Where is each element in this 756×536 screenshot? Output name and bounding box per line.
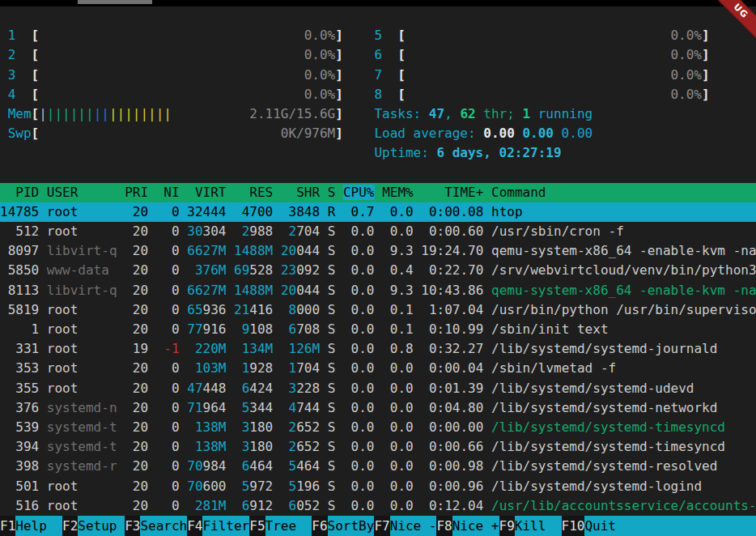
cpu-meter-value: 0.0% [39,47,335,62]
cell-mem-percent: 9.3 [382,283,414,298]
cell-virt: 30 [187,223,202,239]
cpu-meter-row: 2 [ 0.0%] 6 [ 0.0%] [0,45,756,65]
cell-user: root [47,204,117,219]
fkey-f7-nice--button[interactable]: Nice - [390,516,437,536]
cell-ni: 0 [156,360,180,376]
cell-res: 6 [234,458,249,474]
cell-mem-percent: 0.0 [382,223,414,239]
column-header-pid[interactable]: PID [0,185,39,200]
fkey-f10-quit-button[interactable]: Quit [584,516,756,536]
cpu-meter-label: 1 [8,28,32,43]
column-header-shr[interactable]: SHR [281,185,320,200]
process-row[interactable]: 353 root 20 0 103M 1928 1704 S 0.0 0.0 0… [0,359,756,378]
cell-user: systemd-r [47,458,117,474]
fkey-f7-key[interactable]: F7 [374,516,389,536]
fkey-f4-key[interactable]: F4 [187,516,202,536]
swap-meter-label: Swp [8,125,32,141]
cell-virt: 70 [187,479,202,494]
cell-shr: 2 [281,419,296,435]
process-row[interactable]: 376 systemd-n 20 0 71964 5344 4744 S 0.0… [0,398,756,418]
fkey-f1-help-button[interactable]: Help [15,516,62,536]
process-row[interactable]: 5850 www-data 20 0 376M 69528 23092 S 0.… [0,261,756,280]
fkey-f5-tree-button[interactable]: Tree [265,516,312,536]
fkey-f1-key[interactable]: F1 [0,516,15,536]
cell-pid: 8113 [0,283,39,298]
process-row[interactable]: 394 systemd-t 20 0 138M 3180 2652 S 0.0 … [0,437,756,457]
cell-pri: 20 [125,204,148,219]
cell-virt: 376M [187,262,226,278]
cell-state: S [328,498,336,513]
fkey-f9-key[interactable]: F9 [499,516,515,536]
column-header-command[interactable]: Command [491,185,546,200]
fkey-f2-key[interactable]: F2 [62,516,78,536]
fkey-f3-search-button[interactable]: Search [140,516,187,536]
cell-user: root [47,223,117,239]
cell-pri: 20 [125,302,148,317]
process-row[interactable]: 355 root 20 0 47448 6424 3228 S 0.0 0.0 … [0,379,756,398]
cell-ni: 0 [156,400,180,415]
cell-ni: 0 [156,439,180,454]
cell-command: /lib/systemd/systemd-resolved [491,458,717,474]
cell-virt: 47 [187,381,202,396]
process-row-selected[interactable]: 14785 root 20 0 32444 4700 3848 R 0.7 0.… [0,202,756,222]
process-row[interactable]: 501 root 20 0 70600 5972 5196 S 0.0 0.0 … [0,477,756,496]
fkey-f2-setup-button[interactable]: Setup [78,516,125,536]
fkey-f8-key[interactable]: F8 [436,516,452,536]
column-header-pri[interactable]: PRI [125,185,148,200]
process-row[interactable]: 1 root 20 0 77916 9108 6708 S 0.0 0.1 0:… [0,320,756,339]
cell-res: 21 [234,302,249,317]
process-row[interactable]: 398 systemd-r 20 0 70984 6464 5464 S 0.0… [0,457,756,476]
column-header-time[interactable]: TIME+ [421,185,483,200]
column-header-ni[interactable]: NI [156,185,180,200]
cell-pid: 376 [0,400,39,415]
cell-cpu-percent: 0.0 [343,381,375,396]
cell-pri: 20 [125,283,148,298]
cpu-meter-label: 7 [374,67,397,83]
column-header-s[interactable]: S [328,185,336,200]
process-row[interactable]: 512 root 20 0 30304 2988 2704 S 0.0 0.0 … [0,222,756,241]
fkey-f9-kill-button[interactable]: Kill [515,516,562,536]
cell-cpu-percent: 0.0 [343,360,375,376]
cell-time: 0:04.80 [421,400,483,415]
fkey-f6-sortby-button[interactable]: SortBy [328,516,375,536]
cell-mem-percent: 0.0 [382,204,414,219]
process-row[interactable]: 8113 libvirt-q 20 0 6627M 1488M 20044 S … [0,281,756,300]
fkey-f5-key[interactable]: F5 [249,516,265,536]
meter-bracket: ] [335,87,343,102]
cell-state: S [328,223,336,239]
cpu-meter-value: 0.0% [39,28,335,43]
column-header-cpu[interactable]: CPU% [343,185,375,200]
table-header: PID USER PRI NI VIRT RES SHR S CPU% MEM%… [0,183,756,202]
cell-mem-percent: 0.0 [382,479,414,494]
cell-mem-percent: 0.8 [382,341,414,356]
process-row[interactable]: 539 systemd-t 20 0 138M 3180 2652 S 0.0 … [0,418,756,437]
fkey-f8-nice--button[interactable]: Nice + [452,516,499,536]
process-row[interactable]: 331 root 19 -1 220M 134M 126M S 0.0 0.8 … [0,339,756,359]
process-row[interactable]: 5819 root 20 0 65936 21416 8000 S 0.0 0.… [0,300,756,320]
cell-pid: 8097 [0,243,39,258]
cell-cpu-percent: 0.7 [343,204,375,219]
fkey-f4-filter-button[interactable]: Filter [202,516,249,536]
uptime-value: 6 days, 02:27:19 [436,145,561,160]
process-row[interactable]: 516 root 20 0 281M 6912 6052 S 0.0 0.0 0… [0,496,756,516]
cell-res: 3 [234,439,249,454]
cell-pid: 5819 [0,302,39,317]
fkey-f6-key[interactable]: F6 [312,516,327,536]
column-header-res[interactable]: RES [234,185,273,200]
mem-meter-value: 2.11G/15.6G [172,106,335,121]
column-header-mem[interactable]: MEM% [382,185,414,200]
cell-res: 4 [234,204,249,219]
fkey-f3-key[interactable]: F3 [125,516,140,536]
column-header-virt[interactable]: VIRT [187,185,226,200]
cell-ni: 0 [156,262,180,278]
process-row[interactable]: 8097 libvirt-q 20 0 6627M 1488M 20044 S … [0,241,756,261]
cpu-meter-value: 0.0% [39,87,335,102]
cell-pid: 398 [0,458,39,474]
fkey-f10-key[interactable]: F10 [562,516,585,536]
cpu-meter-row: 3 [ 0.0%] 7 [ 0.0%] [0,66,756,85]
cell-shr: 126M [281,341,320,356]
cell-state: S [328,479,336,494]
cell-shr: 5 [281,479,296,494]
column-header-user[interactable]: USER [47,185,117,200]
cell-virt: 70 [187,458,202,474]
